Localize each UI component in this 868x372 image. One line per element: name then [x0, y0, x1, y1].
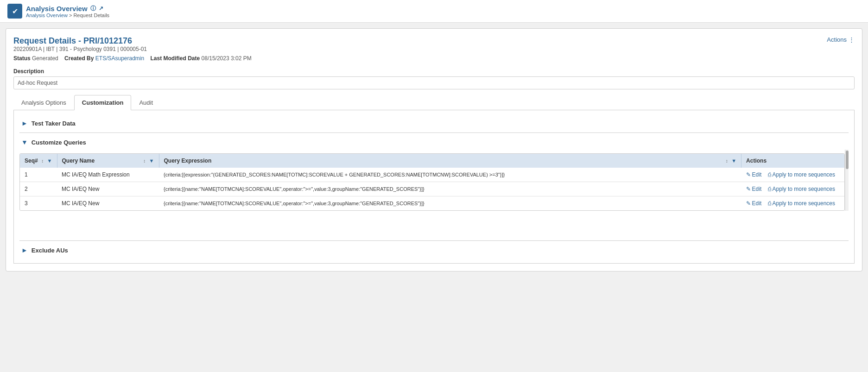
- customize-queries-section-header[interactable]: ▼ Customize Queries: [19, 135, 849, 150]
- queries-table: Seq# ↕ ▼ Query Name: [20, 154, 844, 210]
- test-taker-section-header[interactable]: ► Test Taker Data: [19, 116, 849, 131]
- top-header: ✔ Analysis Overview ⓘ ↗ Analysis Overvie…: [0, 0, 868, 23]
- row2-apply-link[interactable]: ⎙ Apply to more sequences: [768, 186, 835, 192]
- request-info: Request Details - PRI/1012176 20220901A …: [13, 36, 252, 65]
- col-seq: Seq# ↕ ▼: [20, 154, 57, 168]
- row3-apply-link[interactable]: ⎙ Apply to more sequences: [768, 200, 835, 207]
- request-meta: Status Generated Created By ETS/SAsupera…: [13, 55, 252, 62]
- row1-actions: ✎ Edit ⎙ Apply to more sequences: [741, 168, 844, 182]
- request-header: Request Details - PRI/1012176 20220901A …: [13, 36, 855, 65]
- row2-query-name: MC IA/EQ New: [57, 182, 159, 196]
- scrollbar-thumb[interactable]: [846, 151, 849, 169]
- app-title-row: Analysis Overview ⓘ ↗: [26, 5, 109, 13]
- query-expr-sort-icon[interactable]: ↕: [726, 158, 728, 164]
- status-label: Status: [13, 55, 31, 62]
- actions-menu-icon: ⋮: [849, 36, 855, 43]
- external-link-icon[interactable]: ↗: [99, 5, 103, 12]
- table-row: 2 MC IA/EQ New {criteria:[{name:"NAME[TO…: [20, 182, 844, 196]
- test-taker-expand-icon: ►: [21, 120, 28, 127]
- modified-label: Last Modified Date: [151, 55, 200, 62]
- table-header: Seq# ↕ ▼ Query Name: [20, 154, 844, 168]
- apply-icon-2: ⎙: [768, 186, 771, 192]
- main-content: Request Details - PRI/1012176 20220901A …: [6, 28, 862, 271]
- row2-actions: ✎ Edit ⎙ Apply to more sequences: [741, 182, 844, 196]
- table-row: 3 MC IA/EQ New {criteria:[{name:"NAME[TO…: [20, 196, 844, 211]
- app-icon: ✔: [7, 4, 22, 19]
- table-body: 1 MC IA/EQ Math Expression {criteria:[{e…: [20, 168, 844, 210]
- row1-seq: 1: [20, 168, 57, 182]
- section-divider-2: [19, 240, 849, 241]
- row3-query-name: MC IA/EQ New: [57, 196, 159, 211]
- edit-icon-2: ✎: [746, 186, 751, 192]
- description-label: Description: [13, 68, 855, 75]
- queries-table-container: Seq# ↕ ▼ Query Name: [19, 153, 845, 211]
- created-by-label: Created By: [64, 55, 94, 62]
- created-by-value[interactable]: ETS/SAsuperadmin: [95, 55, 144, 62]
- row2-edit-link[interactable]: ✎ Edit: [746, 186, 762, 192]
- request-subtitle: 20220901A | IBT | 391 - Psychology 0391 …: [13, 46, 252, 52]
- row1-query-name: MC IA/EQ Math Expression: [57, 168, 159, 182]
- row3-actions: ✎ Edit ⎙ Apply to more sequences: [741, 196, 844, 211]
- col-query-name: Query Name ↕ ▼: [57, 154, 159, 168]
- col-actions: Actions: [741, 154, 844, 168]
- apply-icon-1: ⎙: [768, 171, 771, 178]
- tab-customization[interactable]: Customization: [74, 95, 132, 110]
- request-title: Request Details - PRI/1012176: [13, 36, 252, 46]
- customize-queries-label: Customize Queries: [32, 139, 86, 146]
- tabs: Analysis Options Customization Audit: [13, 95, 855, 110]
- row2-query-expr: {criteria:[{name:"NAME[TOTMCNA]:SCOREVAL…: [159, 182, 741, 196]
- queries-table-wrapper: Seq# ↕ ▼ Query Name: [19, 150, 849, 211]
- query-name-filter-icon[interactable]: ▼: [149, 158, 154, 164]
- scrollbar[interactable]: [845, 150, 849, 211]
- row3-query-expr: {criteria:[{name:"NAME[TOTMCNA]:SCOREVAL…: [159, 196, 741, 211]
- breadcrumb-current: Request Details: [73, 13, 109, 18]
- modified-value: 08/15/2023 3:02 PM: [202, 55, 252, 62]
- edit-icon-3: ✎: [746, 200, 751, 207]
- edit-icon-1: ✎: [746, 171, 751, 178]
- tab-analysis-options[interactable]: Analysis Options: [13, 95, 74, 110]
- query-expr-filter-icon[interactable]: ▼: [731, 158, 736, 164]
- seq-filter-icon[interactable]: ▼: [47, 158, 52, 164]
- row1-edit-link[interactable]: ✎ Edit: [746, 171, 762, 178]
- section-divider-1: [19, 132, 849, 133]
- header-text: Analysis Overview ⓘ ↗ Analysis Overview …: [26, 5, 109, 18]
- exclude-aus-expand-icon: ►: [21, 246, 28, 254]
- tab-content: ► Test Taker Data ▼ Customize Queries: [13, 110, 855, 264]
- status-value: Generated: [32, 55, 58, 62]
- row1-apply-link[interactable]: ⎙ Apply to more sequences: [768, 171, 835, 178]
- seq-sort-icon[interactable]: ↕: [41, 158, 44, 164]
- breadcrumb: Analysis Overview > Request Details: [26, 13, 109, 18]
- breadcrumb-home[interactable]: Analysis Overview: [26, 13, 68, 18]
- help-icon[interactable]: ⓘ: [90, 5, 96, 13]
- table-row: 1 MC IA/EQ Math Expression {criteria:[{e…: [20, 168, 844, 182]
- customize-queries-expand-icon: ▼: [21, 139, 28, 146]
- col-query-expression: Query Expression ↕ ▼: [159, 154, 741, 168]
- row2-seq: 2: [20, 182, 57, 196]
- apply-icon-3: ⎙: [768, 200, 771, 207]
- actions-button[interactable]: Actions ⋮: [827, 36, 855, 43]
- row1-query-expr: {criteria:[{expression:"(GENERATED_SCORE…: [159, 168, 741, 182]
- tab-audit[interactable]: Audit: [131, 95, 161, 110]
- exclude-aus-label: Exclude AUs: [32, 247, 68, 254]
- table-empty-area: [19, 211, 849, 239]
- app-title: Analysis Overview: [26, 5, 88, 13]
- query-name-sort-icon[interactable]: ↕: [143, 158, 146, 164]
- description-input[interactable]: [13, 76, 855, 89]
- queries-table-scroll: Seq# ↕ ▼ Query Name: [19, 150, 845, 211]
- test-taker-label: Test Taker Data: [32, 120, 76, 127]
- row3-seq: 3: [20, 196, 57, 211]
- row3-edit-link[interactable]: ✎ Edit: [746, 200, 762, 207]
- exclude-aus-section-header[interactable]: ► Exclude AUs: [19, 243, 849, 258]
